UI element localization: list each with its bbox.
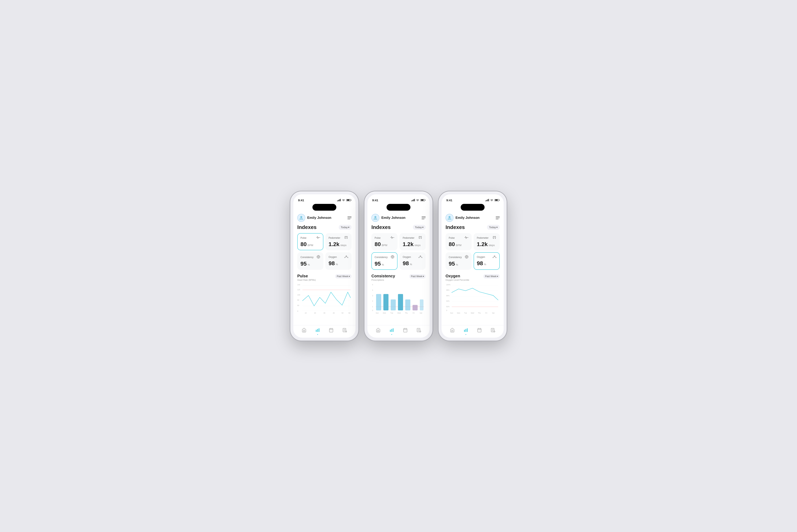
chart-period-3[interactable]: Past Week ▾ bbox=[483, 274, 500, 279]
svg-point-1 bbox=[300, 216, 302, 218]
phone-2: 9:41 bbox=[365, 192, 432, 340]
status-time-3: 9:41 bbox=[446, 198, 452, 202]
nav-calendar-3[interactable] bbox=[477, 328, 482, 334]
app-header-3: Emily Johnson bbox=[442, 212, 504, 224]
section-title-2: Indexes bbox=[371, 224, 391, 230]
svg-rect-92 bbox=[465, 329, 466, 332]
svg-text:98%: 98% bbox=[446, 289, 449, 291]
battery-icon-2 bbox=[421, 199, 425, 201]
nav-home-3[interactable] bbox=[450, 328, 455, 334]
svg-rect-62 bbox=[393, 328, 393, 332]
chart-period-1[interactable]: Past Week ▾ bbox=[335, 274, 351, 279]
consistency-card-1[interactable]: Consistency 95 bbox=[297, 252, 323, 270]
nav-records-1[interactable] bbox=[342, 328, 347, 334]
oxygen-card-3[interactable]: Oxygen 98 bbox=[474, 252, 500, 270]
period-selector-1[interactable]: Today ▾ bbox=[339, 225, 351, 230]
svg-point-72 bbox=[494, 255, 495, 256]
oxygen-card-2[interactable]: Oxygen 98 bbox=[400, 252, 426, 270]
home-icon-3 bbox=[450, 328, 455, 334]
pulse-card-1[interactable]: Pulse 80 BPM bbox=[297, 233, 323, 250]
section-header-2: Indexes Today ▾ bbox=[371, 224, 426, 230]
svg-point-33 bbox=[374, 216, 376, 218]
svg-text:5: 5 bbox=[372, 284, 373, 286]
nav-records-3[interactable] bbox=[490, 328, 495, 334]
pedometer-card-2[interactable]: Pedometer 1.2k bbox=[400, 233, 426, 250]
calendar-icon-1 bbox=[329, 328, 334, 334]
svg-text:80: 80 bbox=[297, 299, 299, 301]
svg-point-71 bbox=[466, 256, 467, 258]
oxygen-icon-1 bbox=[344, 255, 348, 259]
svg-text:Sun: Sun bbox=[450, 312, 453, 314]
pedometer-icon-3 bbox=[492, 236, 497, 240]
phone-screen-2: 9:41 bbox=[367, 194, 430, 338]
nav-calendar-2[interactable] bbox=[403, 328, 408, 334]
pulse-card-3[interactable]: Pulse 80 BPM bbox=[446, 233, 471, 250]
svg-text:Wed: Wed bbox=[397, 312, 401, 314]
phone-screen-3: 9:41 bbox=[442, 194, 504, 338]
battery-icon-3 bbox=[495, 199, 499, 201]
svg-text:Thu: Thu bbox=[405, 312, 408, 314]
consistency-chart-2: 5 4 3 2 1 0 bbox=[371, 283, 426, 319]
pedometer-card-1[interactable]: Pedometer 1.2k bbox=[326, 233, 351, 250]
section-title-1: Indexes bbox=[297, 224, 317, 230]
metrics-grid-1: Pulse 80 BPM bbox=[297, 233, 351, 270]
menu-button-1[interactable] bbox=[348, 216, 351, 219]
status-bar-3: 9:41 bbox=[442, 194, 504, 203]
svg-text:100%: 100% bbox=[446, 284, 450, 286]
consistency-icon-3 bbox=[465, 255, 468, 260]
svg-point-2 bbox=[345, 236, 346, 237]
svg-rect-46 bbox=[376, 294, 382, 310]
user-info-2: Emily Johnson bbox=[371, 214, 406, 222]
svg-text:40: 40 bbox=[333, 312, 335, 314]
wifi-icon-1 bbox=[342, 199, 345, 202]
calendar-icon-3 bbox=[477, 328, 482, 334]
svg-text:50: 50 bbox=[341, 312, 344, 314]
oxygen-card-1[interactable]: Oxygen 98 bbox=[326, 252, 351, 270]
svg-rect-27 bbox=[317, 329, 318, 332]
svg-text:Wed: Wed bbox=[471, 312, 474, 314]
nav-stats-2[interactable] bbox=[389, 328, 394, 334]
avatar-3 bbox=[446, 214, 453, 222]
period-selector-2[interactable]: Today ▾ bbox=[413, 225, 426, 230]
nav-stats-1[interactable] bbox=[315, 328, 320, 334]
svg-text:60: 60 bbox=[349, 312, 351, 314]
svg-point-68 bbox=[493, 236, 494, 237]
svg-point-38 bbox=[420, 255, 421, 256]
consistency-card-2[interactable]: Consistency 95 bbox=[371, 252, 397, 270]
bottom-nav-2 bbox=[367, 325, 430, 338]
svg-text:0: 0 bbox=[372, 310, 373, 311]
chart-title-2: Consistency bbox=[371, 274, 395, 278]
phone-screen-1: 9:41 bbox=[293, 194, 355, 338]
status-bar-1: 9:41 bbox=[293, 194, 355, 203]
svg-rect-93 bbox=[467, 328, 468, 332]
nav-stats-3[interactable] bbox=[463, 328, 468, 334]
pedometer-icon-1 bbox=[344, 236, 348, 240]
nav-records-2[interactable] bbox=[416, 328, 421, 334]
svg-text:Sat: Sat bbox=[492, 312, 495, 314]
menu-button-3[interactable] bbox=[496, 216, 500, 219]
svg-text:0: 0 bbox=[297, 310, 298, 312]
nav-calendar-1[interactable] bbox=[329, 328, 334, 334]
records-icon-1 bbox=[342, 328, 347, 334]
status-icons-1 bbox=[337, 199, 351, 202]
svg-text:96%: 96% bbox=[446, 295, 449, 297]
svg-text:Sun: Sun bbox=[376, 312, 379, 314]
pulse-card-2[interactable]: Pulse 80 BPM bbox=[371, 233, 397, 250]
nav-home-2[interactable] bbox=[376, 328, 381, 334]
section-header-1: Indexes Today ▾ bbox=[297, 224, 351, 230]
chart-subtitle-3: Oxygen Level Percentile bbox=[446, 279, 469, 281]
menu-button-2[interactable] bbox=[422, 216, 426, 219]
pedometer-card-3[interactable]: Pedometer 1.2k bbox=[474, 233, 500, 250]
user-info-1: Emily Johnson bbox=[297, 214, 331, 222]
screen-content-1: Indexes Today ▾ Pulse bbox=[293, 224, 355, 325]
phone-frame-2: 9:41 bbox=[365, 192, 432, 340]
nav-home-1[interactable] bbox=[302, 328, 307, 334]
period-selector-3[interactable]: Today ▾ bbox=[487, 225, 500, 230]
calendar-icon-2 bbox=[403, 328, 408, 334]
svg-text:20: 20 bbox=[314, 312, 316, 314]
svg-rect-48 bbox=[391, 300, 396, 310]
section-title-3: Indexes bbox=[446, 224, 465, 230]
consistency-card-3[interactable]: Consistency 95 bbox=[446, 252, 471, 270]
svg-rect-51 bbox=[412, 305, 418, 310]
chart-period-2[interactable]: Past Week ▾ bbox=[409, 274, 426, 279]
